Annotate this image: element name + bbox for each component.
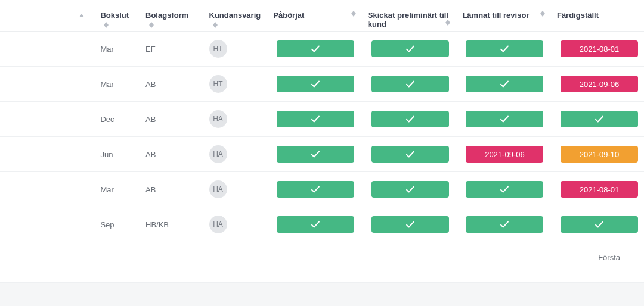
status-done-pill[interactable] — [277, 216, 354, 233]
status-done-pill[interactable] — [277, 181, 354, 198]
cell-kundansvarig: HA — [203, 102, 268, 137]
status-done-pill[interactable] — [371, 216, 449, 233]
check-icon — [405, 184, 416, 195]
cell-bolagsform: AB — [140, 137, 203, 172]
status-done-pill[interactable] — [277, 111, 354, 127]
status-done-pill[interactable] — [371, 146, 449, 163]
col-header-blank[interactable] — [0, 0, 94, 32]
sort-icon[interactable] — [104, 22, 109, 28]
check-icon — [405, 114, 416, 124]
check-icon — [405, 219, 416, 230]
sort-icon[interactable] — [445, 20, 450, 26]
status-done-pill[interactable] — [371, 181, 449, 198]
cell-paborjat — [267, 172, 362, 207]
cell-bolagsform: AB — [140, 172, 203, 207]
table-header-row: Bokslut Bolagsform Kundansvarig — [0, 0, 644, 32]
status-date-text: 2021-08-01 — [580, 185, 620, 194]
cell-skickat — [362, 32, 457, 67]
col-header-lamnat[interactable]: Lämnat till revisor — [456, 0, 551, 32]
table-row: MarABHA2021-08-01 — [0, 172, 644, 207]
col-header-bokslut[interactable]: Bokslut — [94, 0, 140, 32]
status-done-pill[interactable] — [561, 216, 638, 233]
sort-icon[interactable] — [351, 11, 356, 17]
sort-up-icon[interactable] — [79, 11, 85, 20]
sort-icon[interactable] — [540, 11, 545, 17]
col-header-fardig[interactable]: Färdigställt — [551, 0, 644, 32]
status-done-pill[interactable] — [371, 40, 449, 57]
sort-icon[interactable] — [149, 22, 154, 28]
avatar[interactable]: HT — [209, 75, 227, 93]
status-done-pill[interactable] — [561, 111, 638, 127]
cell-fardig: 2021-08-01 — [551, 172, 644, 207]
check-icon — [405, 79, 416, 89]
pager-first-button[interactable]: Första — [598, 253, 620, 262]
status-date-pill[interactable]: 2021-08-01 — [561, 40, 638, 57]
check-icon — [310, 114, 321, 124]
status-done-pill[interactable] — [466, 111, 543, 127]
cell-bokslut: Mar — [94, 32, 140, 67]
col-header-paborjat[interactable]: Påbörjat — [267, 0, 362, 32]
cell-blank — [0, 172, 94, 207]
cell-fardig — [551, 207, 644, 242]
check-icon — [499, 43, 510, 54]
cell-fardig: 2021-09-06 — [551, 67, 644, 102]
cell-bolagsform: HB/KB — [140, 207, 203, 242]
avatar[interactable]: HA — [209, 216, 227, 233]
avatar[interactable]: HA — [209, 145, 227, 163]
status-done-pill[interactable] — [466, 40, 543, 57]
check-icon — [499, 184, 510, 195]
col-header-kundansvarig[interactable]: Kundansvarig — [203, 0, 268, 32]
cell-skickat — [362, 207, 457, 242]
col-header-label: Bokslut — [100, 11, 129, 20]
status-done-pill[interactable] — [277, 40, 354, 57]
cell-paborjat — [267, 137, 362, 172]
cell-bokslut: Mar — [94, 172, 140, 207]
cell-paborjat — [267, 32, 362, 67]
cell-blank — [0, 67, 94, 102]
cell-skickat — [362, 172, 457, 207]
status-date-pill[interactable]: 2021-08-01 — [561, 181, 638, 198]
col-header-bolagsform[interactable]: Bolagsform — [140, 0, 203, 32]
status-date-text: 2021-09-06 — [485, 150, 525, 159]
avatar[interactable]: HA — [209, 110, 227, 128]
status-done-pill[interactable] — [466, 76, 543, 92]
status-done-pill[interactable] — [371, 111, 449, 127]
cell-fardig: 2021-09-10 — [551, 137, 644, 172]
cell-kundansvarig: HT — [203, 32, 268, 67]
cell-bokslut: Dec — [94, 102, 140, 137]
sort-icon[interactable] — [213, 22, 218, 28]
status-date-pill[interactable]: 2021-09-10 — [561, 146, 638, 163]
avatar[interactable]: HT — [209, 40, 227, 58]
check-icon — [310, 219, 321, 230]
status-done-pill[interactable] — [466, 181, 543, 198]
status-done-pill[interactable] — [277, 146, 354, 163]
status-date-text: 2021-09-06 — [580, 80, 620, 89]
col-header-label: Bolagsform — [145, 11, 188, 20]
cell-kundansvarig: HA — [203, 207, 268, 242]
cell-blank — [0, 137, 94, 172]
status-date-pill[interactable]: 2021-09-06 — [561, 76, 638, 92]
check-icon — [310, 149, 321, 160]
cell-bolagsform: AB — [140, 102, 203, 137]
cell-paborjat — [267, 207, 362, 242]
status-date-text: 2021-09-10 — [580, 150, 620, 159]
footer-band — [0, 282, 644, 306]
status-done-pill[interactable] — [277, 76, 354, 92]
status-done-pill[interactable] — [371, 76, 449, 92]
avatar[interactable]: HA — [209, 180, 227, 198]
cell-fardig — [551, 102, 644, 137]
col-header-label: Lämnat till revisor — [462, 11, 529, 20]
cell-bokslut: Mar — [94, 67, 140, 102]
col-header-skickat[interactable]: Skickat preliminärt till kund — [362, 0, 457, 32]
status-table: Bokslut Bolagsform Kundansvarig — [0, 0, 644, 242]
cell-bolagsform: AB — [140, 67, 203, 102]
check-icon — [310, 79, 321, 89]
table-row: MarEFHT2021-08-01 — [0, 32, 644, 67]
status-date-pill[interactable]: 2021-09-06 — [466, 146, 543, 163]
cell-lamnat — [456, 207, 551, 242]
cell-paborjat — [267, 67, 362, 102]
status-done-pill[interactable] — [466, 216, 543, 233]
cell-bokslut: Jun — [94, 137, 140, 172]
pager: Första — [0, 242, 644, 262]
check-icon — [499, 114, 510, 124]
